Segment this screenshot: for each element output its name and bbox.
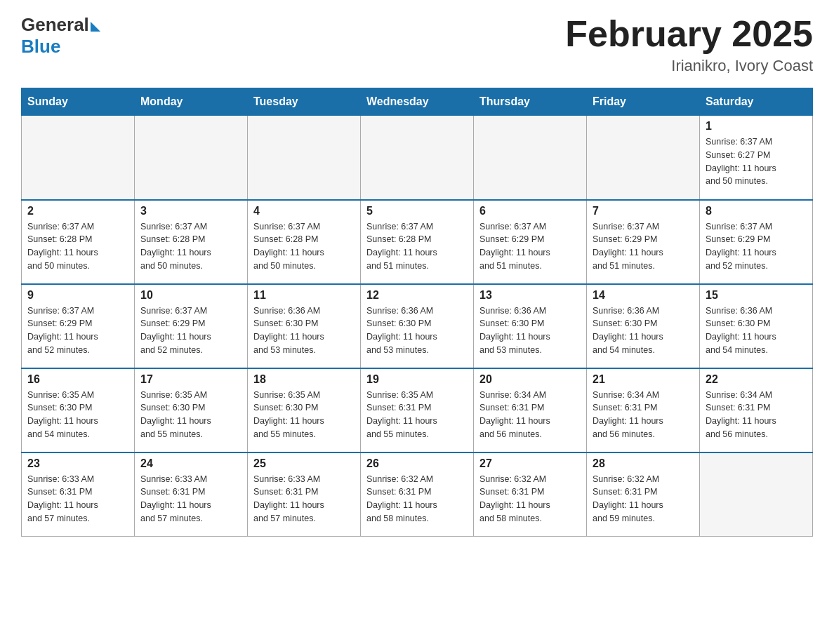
day-number: 17 xyxy=(140,373,241,386)
day-of-week-header: Wednesday xyxy=(361,88,474,116)
day-number: 13 xyxy=(479,289,581,302)
day-number: 16 xyxy=(27,373,128,386)
day-info: Sunrise: 6:35 AM Sunset: 6:30 PM Dayligh… xyxy=(253,389,355,441)
day-number: 23 xyxy=(27,457,128,470)
day-number: 21 xyxy=(593,373,694,386)
calendar-day-cell: 21Sunrise: 6:34 AM Sunset: 6:31 PM Dayli… xyxy=(587,368,700,452)
day-info: Sunrise: 6:37 AM Sunset: 6:28 PM Dayligh… xyxy=(253,220,355,273)
day-of-week-header: Tuesday xyxy=(248,88,361,116)
logo-text-blue: Blue xyxy=(21,36,100,58)
day-info: Sunrise: 6:37 AM Sunset: 6:29 PM Dayligh… xyxy=(27,304,128,357)
calendar-day-cell: 6Sunrise: 6:37 AM Sunset: 6:29 PM Daylig… xyxy=(474,200,587,284)
day-info: Sunrise: 6:33 AM Sunset: 6:31 PM Dayligh… xyxy=(253,473,355,525)
day-number: 9 xyxy=(27,289,128,302)
day-info: Sunrise: 6:32 AM Sunset: 6:31 PM Dayligh… xyxy=(593,473,694,525)
day-of-week-header: Friday xyxy=(587,88,700,116)
calendar-day-cell: 19Sunrise: 6:35 AM Sunset: 6:31 PM Dayli… xyxy=(361,368,474,452)
day-number: 22 xyxy=(706,373,807,386)
calendar-week-row: 16Sunrise: 6:35 AM Sunset: 6:30 PM Dayli… xyxy=(22,368,813,452)
logo: General Blue xyxy=(21,14,100,58)
logo-arrow-icon xyxy=(91,22,100,32)
day-number: 27 xyxy=(479,457,581,470)
calendar-day-cell: 10Sunrise: 6:37 AM Sunset: 6:29 PM Dayli… xyxy=(135,284,248,368)
calendar-day-cell xyxy=(474,116,587,200)
calendar-day-cell: 25Sunrise: 6:33 AM Sunset: 6:31 PM Dayli… xyxy=(248,452,361,537)
day-of-week-header: Monday xyxy=(135,88,248,116)
day-info: Sunrise: 6:37 AM Sunset: 6:29 PM Dayligh… xyxy=(479,220,581,273)
calendar-day-cell xyxy=(135,116,248,200)
day-number: 5 xyxy=(366,205,468,217)
day-number: 20 xyxy=(479,373,581,386)
calendar-day-cell: 2Sunrise: 6:37 AM Sunset: 6:28 PM Daylig… xyxy=(22,200,135,284)
calendar-week-row: 9Sunrise: 6:37 AM Sunset: 6:29 PM Daylig… xyxy=(22,284,813,368)
calendar-title: February 2025 xyxy=(565,14,813,54)
day-number: 26 xyxy=(366,457,468,470)
day-info: Sunrise: 6:34 AM Sunset: 6:31 PM Dayligh… xyxy=(706,389,807,441)
calendar-day-cell xyxy=(248,116,361,200)
calendar-header-row: SundayMondayTuesdayWednesdayThursdayFrid… xyxy=(22,88,813,116)
calendar-day-cell xyxy=(361,116,474,200)
calendar-day-cell: 17Sunrise: 6:35 AM Sunset: 6:30 PM Dayli… xyxy=(135,368,248,452)
calendar-day-cell: 15Sunrise: 6:36 AM Sunset: 6:30 PM Dayli… xyxy=(700,284,813,368)
calendar-day-cell: 27Sunrise: 6:32 AM Sunset: 6:31 PM Dayli… xyxy=(474,452,587,537)
calendar-day-cell: 12Sunrise: 6:36 AM Sunset: 6:30 PM Dayli… xyxy=(361,284,474,368)
day-info: Sunrise: 6:36 AM Sunset: 6:30 PM Dayligh… xyxy=(479,304,581,357)
calendar-day-cell: 14Sunrise: 6:36 AM Sunset: 6:30 PM Dayli… xyxy=(587,284,700,368)
calendar-day-cell: 8Sunrise: 6:37 AM Sunset: 6:29 PM Daylig… xyxy=(700,200,813,284)
day-info: Sunrise: 6:35 AM Sunset: 6:30 PM Dayligh… xyxy=(27,389,128,441)
day-info: Sunrise: 6:34 AM Sunset: 6:31 PM Dayligh… xyxy=(593,389,694,441)
calendar-day-cell xyxy=(22,116,135,200)
day-of-week-header: Sunday xyxy=(22,88,135,116)
calendar-day-cell xyxy=(587,116,700,200)
calendar-day-cell: 3Sunrise: 6:37 AM Sunset: 6:28 PM Daylig… xyxy=(135,200,248,284)
day-info: Sunrise: 6:35 AM Sunset: 6:30 PM Dayligh… xyxy=(140,389,241,441)
calendar-day-cell: 28Sunrise: 6:32 AM Sunset: 6:31 PM Dayli… xyxy=(587,452,700,537)
day-info: Sunrise: 6:37 AM Sunset: 6:29 PM Dayligh… xyxy=(140,304,241,357)
day-number: 7 xyxy=(593,205,694,217)
calendar-day-cell: 23Sunrise: 6:33 AM Sunset: 6:31 PM Dayli… xyxy=(22,452,135,537)
day-info: Sunrise: 6:33 AM Sunset: 6:31 PM Dayligh… xyxy=(140,473,241,525)
day-number: 10 xyxy=(140,289,241,302)
day-info: Sunrise: 6:37 AM Sunset: 6:28 PM Dayligh… xyxy=(366,220,468,273)
day-info: Sunrise: 6:37 AM Sunset: 6:29 PM Dayligh… xyxy=(593,220,694,273)
calendar-table: SundayMondayTuesdayWednesdayThursdayFrid… xyxy=(21,88,813,537)
day-info: Sunrise: 6:37 AM Sunset: 6:28 PM Dayligh… xyxy=(140,220,241,273)
calendar-day-cell: 11Sunrise: 6:36 AM Sunset: 6:30 PM Dayli… xyxy=(248,284,361,368)
day-info: Sunrise: 6:37 AM Sunset: 6:28 PM Dayligh… xyxy=(27,220,128,273)
day-info: Sunrise: 6:32 AM Sunset: 6:31 PM Dayligh… xyxy=(366,473,468,525)
calendar-day-cell: 1Sunrise: 6:37 AM Sunset: 6:27 PM Daylig… xyxy=(700,116,813,200)
calendar-week-row: 23Sunrise: 6:33 AM Sunset: 6:31 PM Dayli… xyxy=(22,452,813,537)
day-number: 6 xyxy=(479,205,581,217)
day-info: Sunrise: 6:34 AM Sunset: 6:31 PM Dayligh… xyxy=(479,389,581,441)
calendar-week-row: 1Sunrise: 6:37 AM Sunset: 6:27 PM Daylig… xyxy=(22,116,813,200)
day-info: Sunrise: 6:36 AM Sunset: 6:30 PM Dayligh… xyxy=(593,304,694,357)
title-block: February 2025 Irianikro, Ivory Coast xyxy=(565,14,813,75)
calendar-day-cell: 26Sunrise: 6:32 AM Sunset: 6:31 PM Dayli… xyxy=(361,452,474,537)
calendar-day-cell: 22Sunrise: 6:34 AM Sunset: 6:31 PM Dayli… xyxy=(700,368,813,452)
day-info: Sunrise: 6:37 AM Sunset: 6:29 PM Dayligh… xyxy=(706,220,807,273)
calendar-day-cell: 16Sunrise: 6:35 AM Sunset: 6:30 PM Dayli… xyxy=(22,368,135,452)
day-number: 12 xyxy=(366,289,468,302)
calendar-day-cell: 4Sunrise: 6:37 AM Sunset: 6:28 PM Daylig… xyxy=(248,200,361,284)
day-number: 25 xyxy=(253,457,355,470)
calendar-subtitle: Irianikro, Ivory Coast xyxy=(565,57,813,75)
day-of-week-header: Thursday xyxy=(474,88,587,116)
calendar-day-cell: 7Sunrise: 6:37 AM Sunset: 6:29 PM Daylig… xyxy=(587,200,700,284)
day-number: 18 xyxy=(253,373,355,386)
calendar-day-cell: 5Sunrise: 6:37 AM Sunset: 6:28 PM Daylig… xyxy=(361,200,474,284)
day-number: 2 xyxy=(27,205,128,217)
day-info: Sunrise: 6:36 AM Sunset: 6:30 PM Dayligh… xyxy=(366,304,468,357)
day-number: 19 xyxy=(366,373,468,386)
calendar-week-row: 2Sunrise: 6:37 AM Sunset: 6:28 PM Daylig… xyxy=(22,200,813,284)
day-number: 28 xyxy=(593,457,694,470)
day-of-week-header: Saturday xyxy=(700,88,813,116)
day-number: 3 xyxy=(140,205,241,217)
day-number: 1 xyxy=(706,120,807,133)
day-info: Sunrise: 6:35 AM Sunset: 6:31 PM Dayligh… xyxy=(366,389,468,441)
day-info: Sunrise: 6:36 AM Sunset: 6:30 PM Dayligh… xyxy=(706,304,807,357)
day-number: 4 xyxy=(253,205,355,217)
calendar-day-cell: 13Sunrise: 6:36 AM Sunset: 6:30 PM Dayli… xyxy=(474,284,587,368)
calendar-day-cell: 9Sunrise: 6:37 AM Sunset: 6:29 PM Daylig… xyxy=(22,284,135,368)
day-info: Sunrise: 6:37 AM Sunset: 6:27 PM Dayligh… xyxy=(706,135,807,188)
day-number: 8 xyxy=(706,205,807,217)
